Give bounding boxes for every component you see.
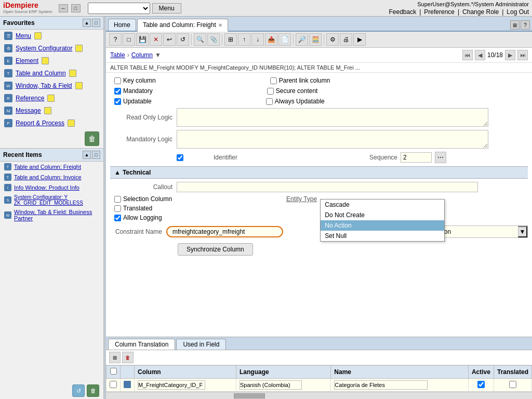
scroll-thumb[interactable]: [234, 393, 265, 398]
callout-input[interactable]: [177, 182, 478, 192]
window-selector[interactable]: [88, 3, 150, 14]
parent-link-checkbox[interactable]: [270, 77, 277, 84]
constraint-type-dropdown-button[interactable]: ▼: [518, 226, 527, 237]
translated-row-checkbox[interactable]: [509, 381, 516, 388]
preference-link[interactable]: Preference: [424, 8, 455, 16]
constraint-name-input[interactable]: mfreightcategory_mfreight: [166, 226, 283, 237]
sidebar-item-element[interactable]: E Element: [0, 55, 103, 67]
minimize-button[interactable]: ─: [59, 4, 68, 12]
sidebar-item-message[interactable]: M Message: [0, 104, 103, 117]
key-column-checkbox[interactable]: [114, 77, 121, 84]
recent-expand-button[interactable]: □: [92, 151, 100, 159]
tab-close-button[interactable]: ✕: [218, 22, 222, 28]
bottom-delete-button[interactable]: 🗑: [122, 352, 134, 363]
select-all-checkbox[interactable]: [110, 368, 117, 375]
name-input[interactable]: [334, 380, 428, 390]
updatable-checkbox[interactable]: [114, 98, 121, 105]
save-button[interactable]: 💾: [136, 33, 149, 46]
dropdown-option-do-not-create[interactable]: Do Not Create: [321, 210, 444, 220]
always-updatable-checkbox[interactable]: [266, 98, 273, 105]
entity-type-label[interactable]: Entity Type: [286, 195, 317, 203]
identifier-checkbox[interactable]: [177, 154, 183, 161]
sidebar-item-table-and-column[interactable]: T Table and Column: [0, 67, 103, 79]
help-icon-button[interactable]: ?: [109, 33, 122, 46]
export-button[interactable]: 📤: [265, 33, 277, 46]
collapse-panels-button[interactable]: ⊞: [510, 20, 520, 30]
language-input[interactable]: [240, 380, 302, 390]
recent-refresh-button[interactable]: ↺: [72, 384, 85, 397]
trash-button[interactable]: 🗑: [85, 131, 99, 146]
restore-button[interactable]: □: [71, 4, 81, 12]
refresh-button[interactable]: ↺: [177, 33, 189, 46]
tab-used-in-field[interactable]: Used in Field: [176, 339, 226, 350]
col-header-language: Language: [236, 366, 331, 379]
feedback-link[interactable]: Feedback: [389, 8, 416, 16]
sidebar-item-menu[interactable]: ☰ Menu: [0, 30, 103, 42]
selection-column-checkbox[interactable]: [114, 196, 121, 203]
app-logo: iDempiere Open Source ERP System: [3, 2, 52, 14]
down-button[interactable]: ↓: [251, 33, 264, 46]
workflow-button[interactable]: ▶: [353, 33, 366, 46]
recent-item-system-configurator[interactable]: S System Configurator: Y ZK_GRID_EDIT_MO…: [0, 193, 103, 207]
favourites-expand-button[interactable]: □: [92, 19, 100, 27]
attachment-button[interactable]: 📎: [207, 33, 220, 46]
dropdown-option-cascade[interactable]: Cascade: [321, 200, 444, 210]
grid-button[interactable]: ⊞: [224, 33, 237, 46]
tab-table-column-freight[interactable]: Table and Column: Freight ✕: [137, 19, 228, 32]
prev-record-button[interactable]: ◀: [475, 50, 485, 60]
delete-button[interactable]: ✕: [150, 33, 162, 46]
last-record-button[interactable]: ⏭: [517, 50, 528, 60]
recent-item-icon: T: [4, 163, 11, 170]
active-checkbox[interactable]: [477, 381, 485, 388]
sidebar-item-system-configurator[interactable]: ⚙ System Configurator: [0, 42, 103, 55]
sidebar-item-window-tab-field[interactable]: W Window, Tab & Field: [0, 79, 103, 92]
undo-button[interactable]: ↩: [163, 33, 176, 46]
up-button[interactable]: ↑: [238, 33, 250, 46]
tab-column-translation[interactable]: Column Translation: [108, 339, 175, 350]
table-link[interactable]: Table: [110, 51, 125, 59]
dropdown-option-no-action[interactable]: No Action: [321, 220, 444, 231]
menu-button[interactable]: Menu: [152, 3, 181, 14]
bottom-grid-button[interactable]: ⊞: [109, 352, 121, 363]
allow-logging-checkbox[interactable]: [114, 215, 121, 221]
mandatory-logic-input[interactable]: [177, 130, 488, 149]
calc-button[interactable]: 🧮: [309, 33, 322, 46]
secure-content-checkbox[interactable]: [267, 88, 274, 95]
doc-button[interactable]: 📄: [278, 33, 291, 46]
sidebar-item-reference[interactable]: R Reference: [0, 92, 103, 104]
translated-checkbox[interactable]: [114, 205, 121, 212]
print-button[interactable]: 🖨: [340, 33, 352, 46]
column-link[interactable]: Column: [131, 51, 153, 59]
settings-button[interactable]: ⚙: [326, 33, 339, 46]
recent-item-freight[interactable]: T Table and Column: Freight: [0, 162, 103, 172]
logout-link[interactable]: Log Out: [507, 8, 529, 16]
sequence-button[interactable]: ⋯: [435, 152, 446, 163]
next-record-button[interactable]: ▶: [505, 50, 515, 60]
dropdown-option-set-null[interactable]: Set Null: [321, 231, 444, 241]
find-button[interactable]: 🔍: [194, 33, 206, 46]
zoom-button[interactable]: 🔎: [296, 33, 308, 46]
favourites-collapse-button[interactable]: ▲: [83, 19, 91, 27]
technical-collapse-arrow[interactable]: ▲: [114, 169, 121, 176]
recent-item-business-partner[interactable]: W Window, Tab & Field: Business Partner: [0, 207, 103, 223]
column-input[interactable]: [138, 380, 205, 390]
horizontal-scrollbar[interactable]: [106, 392, 532, 399]
toolbar-separator: [324, 34, 324, 45]
new-button[interactable]: □: [123, 33, 135, 46]
mandatory-checkbox[interactable]: [114, 88, 121, 95]
help-button[interactable]: ?: [521, 20, 530, 30]
recent-add-button[interactable]: 🗑: [87, 384, 99, 397]
sequence-input[interactable]: [401, 152, 432, 163]
synchronize-column-button[interactable]: Synchronize Column: [178, 243, 253, 256]
recent-collapse-button[interactable]: ▲: [83, 151, 91, 159]
column-dropdown-icon[interactable]: ▼: [155, 51, 161, 59]
recent-item-info-window[interactable]: I Info Window: Product Info: [0, 182, 103, 193]
sidebar-item-report-process[interactable]: P Report & Process: [0, 117, 103, 129]
recent-item-invoice[interactable]: T Table and Column: Invoice: [0, 172, 103, 182]
tab-home[interactable]: Home: [108, 19, 136, 31]
note-icon: [44, 107, 51, 114]
row-select-checkbox[interactable]: [110, 381, 117, 388]
read-only-logic-input[interactable]: [177, 108, 488, 127]
first-record-button[interactable]: ⏮: [462, 50, 473, 60]
change-role-link[interactable]: Change Role: [462, 8, 499, 16]
